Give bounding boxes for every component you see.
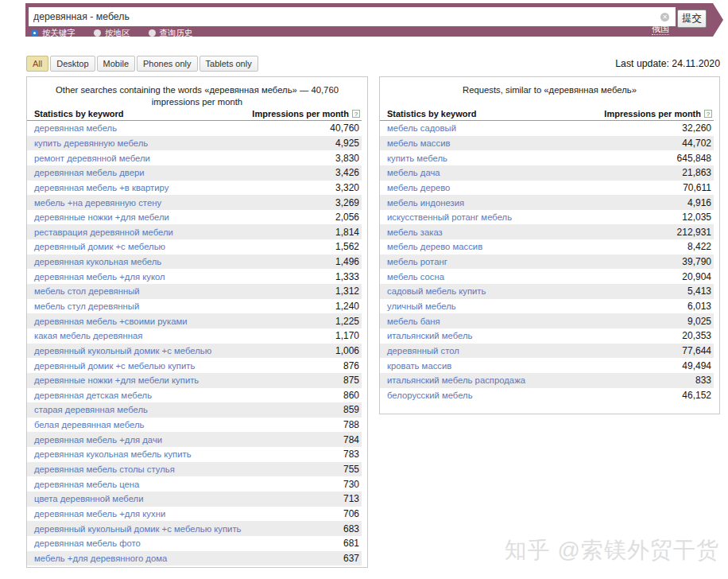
impressions-value: 713 (343, 493, 359, 504)
keyword-link[interactable]: деревянная мебель столы стулья (34, 464, 175, 474)
keyword-link[interactable]: мебель заказ (387, 227, 443, 237)
keyword-row: купить деревянную мебель4,925 (27, 136, 362, 151)
keyword-link[interactable]: мебель садовый (387, 123, 456, 133)
keyword-link[interactable]: ремонт деревянной мебели (34, 153, 150, 163)
impressions-value: 39,790 (682, 256, 711, 267)
impressions-value: 1,225 (335, 316, 359, 327)
keyword-row: деревянная мебель +для дачи784 (27, 432, 362, 447)
help-icon[interactable]: ? (704, 110, 712, 118)
keyword-link[interactable]: итальянский мебель (387, 331, 472, 340)
tab-desktop[interactable]: Desktop (50, 56, 95, 72)
keyword-link[interactable]: деревянная кукольная мебель (34, 257, 161, 266)
impressions-value: 833 (695, 375, 711, 386)
keyword-link[interactable]: реставрация деревянной мебели (34, 227, 173, 237)
keyword-row: мебель индонезия4,916 (380, 195, 714, 210)
keyword-link[interactable]: мебель стол деревянный (34, 286, 140, 296)
keyword-row: белая деревянная мебель788 (27, 418, 362, 433)
keyword-link[interactable]: мебель +для деревянного дома (34, 554, 167, 563)
watermark: 知乎 @索镁外贸干货 (505, 535, 719, 565)
impressions-value: 212,931 (677, 227, 711, 238)
keyword-link[interactable]: деревянная мебель двери (34, 168, 145, 177)
impressions-value: 20,904 (682, 271, 711, 282)
keyword-link[interactable]: деревянная мебель +для кухни (34, 509, 165, 519)
keyword-link[interactable]: мебель ротанг (387, 257, 447, 266)
keyword-row: деревянный домик +с мебелью1,562 (27, 239, 362, 255)
tab-all[interactable]: All (26, 56, 48, 72)
tab-tablets-only[interactable]: Tablets only (199, 56, 258, 72)
keyword-link[interactable]: мебель дерево (387, 183, 450, 192)
keyword-link[interactable]: деревянная мебель +своими руками (34, 317, 188, 326)
keyword-link[interactable]: деревянная мебель +для кукол (34, 272, 165, 282)
radio-icon[interactable] (149, 29, 156, 37)
search-mode-0[interactable]: 按关键字 (31, 29, 76, 37)
keyword-row: итальянский мебель20,353 (380, 328, 714, 344)
keyword-link[interactable]: какая мебель деревянная (34, 331, 142, 340)
impressions-value: 1,562 (335, 241, 359, 252)
search-mode-1[interactable]: 按地区 (94, 29, 130, 37)
search-mode-row: 按关键字按地区查询历史 (31, 29, 193, 37)
keyword-link[interactable]: деревянный стол (387, 346, 459, 356)
keyword-link[interactable]: деревянные ножки +для мебели (34, 212, 169, 222)
keyword-link[interactable]: мебель сосна (387, 272, 444, 282)
keyword-link[interactable]: деревянная мебель +для дачи (34, 435, 162, 445)
keyword-row: деревянный кукольный домик +с мебелью ку… (27, 521, 362, 536)
keyword-link[interactable]: мебель +на деревянную стену (34, 198, 161, 208)
keyword-link[interactable]: мебель дерево массив (387, 242, 482, 251)
impressions-value: 3,426 (335, 167, 359, 178)
keyword-row: мебель дерево70,611 (380, 181, 714, 196)
keyword-link[interactable]: итальянский мебель распродажа (387, 375, 525, 385)
keyword-link[interactable]: мебель стул деревянный (34, 301, 139, 311)
clear-icon[interactable]: ✕ (660, 13, 669, 21)
keyword-row: деревянная мебель двери3,426 (27, 165, 362, 181)
impressions-value: 5,413 (687, 286, 711, 297)
keyword-row: старая деревянная мебель859 (27, 402, 362, 418)
keyword-link[interactable]: кровать массив (387, 361, 451, 371)
keyword-link[interactable]: деревянная мебель фото (34, 538, 141, 548)
keyword-link[interactable]: мебель дача (387, 168, 440, 177)
keyword-link[interactable]: деревянный кукольный домик +с мебелью ку… (34, 524, 241, 534)
keyword-row: деревянная мебель цена730 (27, 476, 362, 492)
keyword-link[interactable]: деревянный домик +с мебелью (34, 242, 165, 251)
keyword-link[interactable]: мебель индонезия (387, 198, 464, 208)
keyword-link[interactable]: белая деревянная мебель (34, 420, 144, 429)
impressions-value: 1,496 (335, 256, 359, 267)
keyword-link[interactable]: деревянная кукольная мебель купить (34, 449, 192, 459)
panel-similar-requests: Requests, similar to «деревянная мебель»… (379, 76, 720, 414)
keyword-link[interactable]: деревянные ножки +для мебели купить (34, 375, 199, 385)
impressions-value: 1,814 (335, 227, 359, 238)
impressions-value: 637 (343, 553, 359, 564)
impressions-value: 9,025 (687, 316, 711, 327)
radio-icon[interactable] (94, 29, 101, 37)
radio-selected-icon[interactable] (31, 29, 38, 37)
tab-phones-only[interactable]: Phones only (137, 56, 198, 72)
keyword-link[interactable]: деревянная мебель цена (34, 480, 139, 489)
impressions-value: 2,056 (335, 212, 359, 223)
keyword-link[interactable]: деревянная детская мебель (34, 391, 152, 400)
keyword-link[interactable]: деревянная мебель +в квартиру (34, 183, 168, 192)
keyword-link[interactable]: деревянный кукольный домик +с мебелью (34, 346, 211, 356)
keyword-link[interactable]: искусственный ротанг мебель (387, 212, 512, 222)
keyword-link[interactable]: белорусский мебель (387, 391, 473, 400)
keyword-link[interactable]: купить мебель (387, 153, 447, 163)
region-link[interactable]: 俄国 (652, 24, 669, 35)
tab-mobile[interactable]: Mobile (97, 56, 135, 72)
keyword-row: мебель заказ212,931 (380, 224, 714, 239)
keyword-row: деревянная мебель +своими руками1,225 (27, 313, 362, 328)
keyword-link[interactable]: старая деревянная мебель (34, 405, 148, 414)
help-icon[interactable]: ? (352, 110, 360, 118)
col-header-impressions-label: Impressions per month (252, 109, 349, 119)
keyword-table: Statistics by keyword Impressions per mo… (27, 109, 362, 565)
keyword-link[interactable]: садовый мебель купить (387, 286, 486, 296)
submit-button[interactable]: 提交 (677, 10, 707, 28)
keyword-link[interactable]: деревянная мебель (34, 123, 117, 133)
col-header-keyword: Statistics by keyword (387, 109, 477, 119)
keyword-link[interactable]: мебель баня (387, 317, 440, 326)
keyword-link[interactable]: купить деревянную мебель (34, 138, 148, 148)
search-input[interactable] (29, 7, 676, 26)
keyword-link[interactable]: деревянный домик +с мебелью купить (34, 361, 195, 371)
search-mode-2[interactable]: 查询历史 (149, 29, 193, 37)
keyword-row: деревянная мебель +для кухни706 (27, 507, 362, 522)
keyword-link[interactable]: мебель массив (387, 138, 450, 148)
keyword-link[interactable]: цвета деревянной мебели (34, 494, 143, 503)
keyword-link[interactable]: уличный мебель (387, 301, 456, 311)
